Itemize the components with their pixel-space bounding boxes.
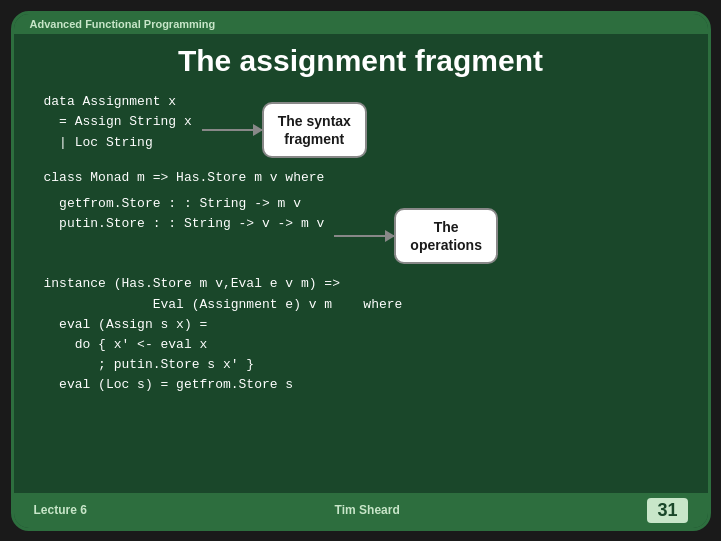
slide-content: The assignment fragment data Assignment … [14, 34, 708, 493]
bubble1-line2: fragment [284, 131, 344, 147]
bottom-bar: Lecture 6 Tim Sheard 31 [14, 493, 708, 528]
bottom-right: Tim Sheard [335, 503, 400, 517]
arrow-line1 [202, 129, 262, 131]
top-bar-label: Advanced Functional Programming [30, 18, 216, 30]
operations-bubble: The operations [394, 208, 498, 264]
section1: data Assignment x = Assign String x | Lo… [44, 92, 678, 158]
bubble1-line1: The syntax [278, 113, 351, 129]
top-bar: Advanced Functional Programming [14, 14, 708, 34]
section1-code: data Assignment x = Assign String x | Lo… [44, 92, 192, 154]
main-area: data Assignment x = Assign String x | Lo… [44, 92, 678, 483]
section4-code: instance (Has.Store m v,Eval e v m) => E… [44, 274, 678, 395]
arrow-container1: The syntax fragment [202, 102, 367, 158]
slide: Advanced Functional Programming The assi… [11, 11, 711, 531]
section2-code: class Monad m => Has.Store m v where [44, 168, 678, 188]
section3: getfrom.Store : : String -> m v putin.St… [44, 194, 678, 264]
bubble2-line2: operations [410, 237, 482, 253]
arrow-container2: The operations [334, 208, 498, 264]
bottom-left: Lecture 6 [34, 503, 87, 517]
page-number: 31 [647, 498, 687, 523]
syntax-fragment-bubble: The syntax fragment [262, 102, 367, 158]
bubble2-line1: The [434, 219, 459, 235]
slide-title: The assignment fragment [44, 44, 678, 78]
section2: class Monad m => Has.Store m v where [44, 168, 678, 188]
section3-code: getfrom.Store : : String -> m v putin.St… [44, 194, 325, 234]
section4: instance (Has.Store m v,Eval e v m) => E… [44, 274, 678, 395]
arrow-line2 [334, 235, 394, 237]
